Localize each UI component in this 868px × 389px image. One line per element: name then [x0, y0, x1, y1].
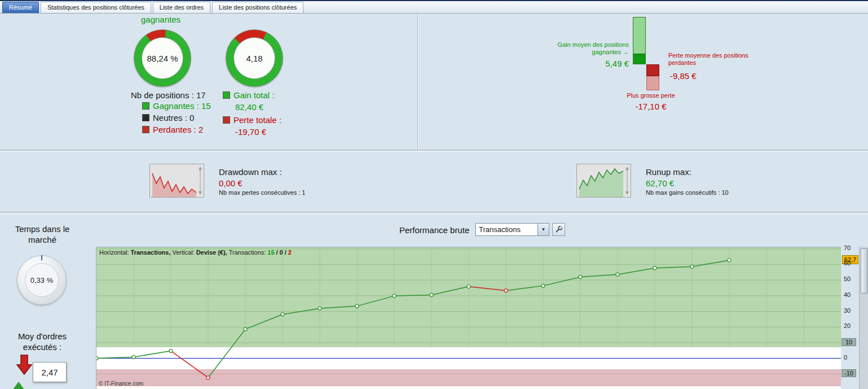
avg-orders-value-text: 2,47	[41, 368, 58, 377]
y-axis-tick: -10	[841, 369, 856, 377]
gauge-tick-icon	[41, 255, 42, 260]
chart-settings-button[interactable]	[552, 223, 565, 236]
count-separator: /	[285, 249, 287, 256]
trading-statistics-dashboard: Résumé Statistiques des positions clôtur…	[0, 0, 868, 389]
positions-count: Nb de positions : 17	[131, 90, 206, 100]
y-axis-tick: 0	[844, 354, 847, 361]
tab-statistiques-positions[interactable]: Statistiques des positions clôturées	[41, 2, 151, 13]
avg-loss-bar	[646, 64, 659, 90]
win-rate-donut: 88,24 %	[134, 29, 191, 87]
y-axis-tick: 50	[844, 276, 851, 282]
drawdown-sparkline-icon	[149, 164, 204, 198]
avg-orders-value: 2,47	[33, 362, 67, 382]
horizontal-label: Horizontal:	[99, 249, 129, 256]
legend-item-neutral: Neutres : 0	[142, 113, 194, 123]
equity-curve-chart	[96, 247, 841, 389]
green-up-triangle-icon	[12, 382, 25, 389]
plot-info-bar: Horizontal:Transactions,Vertical:Devise …	[99, 249, 293, 256]
drawdown-consecutive-losses: Nb max pertes consécutives : 1	[219, 189, 305, 196]
top-section-divider	[417, 14, 418, 150]
tab-liste-ordres[interactable]: Liste des ordres	[153, 2, 210, 13]
runup-value: 62,70 €	[646, 178, 674, 188]
time-in-market-value: 0,33 %	[30, 276, 53, 285]
gain-swatch-icon	[223, 91, 230, 99]
arrow-right-icon: →	[623, 49, 629, 55]
avg-loss-value: -9,85 €	[670, 71, 697, 81]
vertical-value: Devise (€),	[196, 249, 227, 256]
red-down-arrow-icon	[16, 355, 33, 378]
losses-count: 2	[288, 249, 292, 256]
gain-total-value: 82,40 €	[235, 102, 263, 112]
y-axis-tick: 10	[841, 338, 856, 346]
copyright-notice: © IT-Finance.com	[99, 381, 143, 387]
biggest-loss-value: -17,10 €	[619, 102, 682, 111]
wrench-icon	[554, 225, 563, 234]
range-selector-value: Transactions	[476, 225, 537, 234]
tab-resume[interactable]: Résumé	[2, 2, 39, 13]
y-axis-tick: 20	[844, 322, 851, 329]
winning-positions-caption: gagnantes	[141, 15, 180, 24]
y-axis-tick: 30	[844, 307, 851, 314]
dropdown-arrow-icon[interactable]: ▼	[537, 224, 549, 235]
avg-gain-label-text: Gain moyen des positions gagnantes	[557, 41, 629, 55]
avg-orders-label: Moy d'ordres exécutés :	[6, 331, 79, 352]
max-loss-marker	[646, 76, 659, 90]
runup-sparkline-icon	[576, 164, 631, 198]
losers-swatch-icon	[142, 126, 149, 133]
avg-gain-value: 5,49 €	[570, 59, 629, 68]
avg-gain-marker	[633, 54, 645, 64]
time-in-market-gauge: 0,33 %	[17, 255, 67, 305]
y-axis: 62,7 706050403020100-10	[841, 247, 859, 389]
profit-factor-donut: 4,18	[226, 29, 283, 87]
tab-liste-positions[interactable]: Liste des positions clôturées	[212, 2, 303, 13]
section-divider	[0, 212, 868, 214]
performance-chart-plot[interactable]: Horizontal:Transactions,Vertical:Devise …	[96, 247, 841, 389]
transactions-label: Transactions:	[229, 249, 266, 256]
vertical-label: Vertical:	[173, 249, 195, 256]
section-divider	[0, 150, 868, 152]
y-axis-tick: 60	[844, 260, 851, 266]
legend-item-winners: Gagnantes : 15	[142, 101, 211, 111]
loss-swatch-icon	[223, 116, 230, 124]
legend-label: Gagnantes : 15	[153, 101, 211, 111]
time-in-market-label: Temps dans le marché	[6, 224, 79, 245]
performance-title: Performance brute	[399, 225, 469, 235]
avg-loss-label: Perte moyenne des positions perdantes	[668, 52, 753, 67]
avg-gain-bar	[633, 17, 646, 64]
gain-total-label: Gain total :	[233, 90, 275, 100]
neutral-swatch-icon	[142, 114, 149, 121]
loss-total-value: -19,70 €	[235, 127, 266, 137]
drawdown-value: 0,00 €	[219, 178, 243, 188]
y-axis-tick: 40	[844, 291, 851, 298]
vertical-scrollbar[interactable]	[859, 247, 868, 389]
biggest-loss-label: Plus grosse perte	[619, 92, 682, 99]
avg-loss-marker	[646, 64, 659, 76]
wins-count: 15	[267, 249, 274, 256]
legend-label: Neutres : 0	[153, 113, 194, 123]
legend-item-losers: Perdantes : 2	[142, 125, 203, 134]
profit-factor-value: 4,18	[246, 54, 262, 63]
drawdown-label: Drawdown max :	[219, 167, 282, 177]
win-rate-value: 88,24 %	[147, 54, 178, 63]
loss-total-row: Perte totale :	[223, 115, 281, 125]
winners-swatch-icon	[142, 102, 149, 110]
range-selector-dropdown[interactable]: Transactions ▼	[475, 223, 549, 236]
runup-label: Runup max:	[646, 167, 691, 177]
gain-total-row: Gain total :	[223, 90, 275, 100]
y-axis-tick: 70	[844, 244, 851, 251]
avg-gain-label: Gain moyen des positions gagnantes →	[539, 41, 629, 56]
neutral-count: 0	[280, 249, 283, 256]
runup-consecutive-gains: Nb max gains consécutifs : 10	[646, 189, 729, 196]
legend-label: Perdantes : 2	[153, 125, 203, 134]
tab-bar: Résumé Statistiques des positions clôtur…	[0, 1, 868, 14]
count-separator: /	[276, 249, 278, 256]
scrollbar-thumb[interactable]	[861, 248, 868, 294]
loss-total-label: Perte totale :	[233, 115, 281, 125]
horizontal-value: Transactions,	[131, 249, 171, 256]
